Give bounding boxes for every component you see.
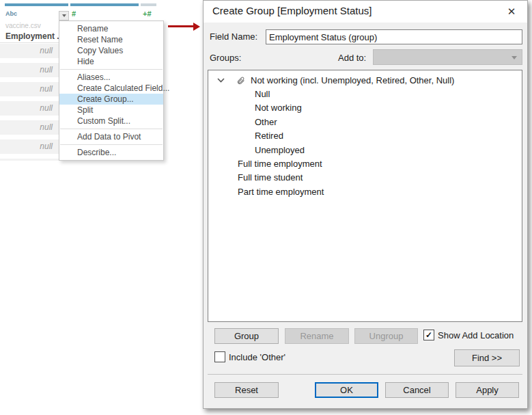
create-group-dialog: Create Group [Employment Status] ✕ Field… bbox=[203, 0, 528, 409]
column-context-menu: Rename Reset Name Copy Values Hide Alias… bbox=[59, 21, 164, 161]
number-type-icon[interactable]: # bbox=[72, 10, 76, 18]
menu-item-aliases[interactable]: Aliases... bbox=[59, 72, 163, 83]
source-file-label: vaccine.csv bbox=[5, 22, 41, 29]
menu-separator bbox=[60, 69, 163, 70]
chevron-down-icon[interactable] bbox=[217, 78, 225, 83]
group-button[interactable]: Group bbox=[214, 328, 279, 344]
field-name-input[interactable] bbox=[266, 29, 522, 44]
close-icon: ✕ bbox=[507, 5, 516, 18]
group-member-row[interactable]: Null bbox=[208, 87, 522, 101]
annotation-arrow-head bbox=[193, 23, 200, 31]
menu-item-create-group[interactable]: Create Group... bbox=[59, 94, 163, 105]
groups-label: Groups: bbox=[210, 53, 241, 63]
column1-top-bar bbox=[5, 3, 68, 6]
menu-item-split[interactable]: Split bbox=[59, 105, 163, 116]
menu-item-copy-values[interactable]: Copy Values bbox=[59, 45, 163, 56]
table-cell[interactable]: null bbox=[0, 139, 68, 154]
header-divider bbox=[0, 42, 68, 43]
check-icon: ✓ bbox=[425, 330, 432, 340]
annotation-arrow bbox=[168, 25, 194, 27]
column-menu-dropdown-button[interactable] bbox=[59, 11, 69, 21]
menu-item-create-calculated-field[interactable]: Create Calculated Field... bbox=[59, 83, 163, 94]
ungroup-button: Ungroup bbox=[354, 328, 418, 344]
menu-item-custom-split[interactable]: Custom Split... bbox=[59, 116, 163, 126]
find-button[interactable]: Find >> bbox=[454, 349, 520, 366]
group-member-row[interactable]: Other bbox=[208, 115, 522, 129]
field-name-label: Field Name: bbox=[210, 31, 257, 42]
group-member-row[interactable]: Retired bbox=[208, 129, 522, 143]
add-column-icon[interactable]: +# bbox=[143, 10, 152, 18]
column-field-name[interactable]: Employment ... bbox=[5, 31, 64, 41]
menu-item-describe[interactable]: Describe... bbox=[59, 147, 163, 158]
table-cell[interactable]: null bbox=[0, 63, 68, 77]
show-add-location-label: Show Add Location bbox=[438, 330, 514, 340]
add-column-top-bar bbox=[141, 3, 156, 6]
table-cell[interactable]: null bbox=[0, 120, 68, 135]
ok-button[interactable]: OK bbox=[315, 382, 378, 398]
groups-list[interactable]: Not working (incl. Unemployed, Retired, … bbox=[208, 70, 522, 322]
apply-button[interactable]: Apply bbox=[456, 382, 519, 398]
dialog-title: Create Group [Employment Status] bbox=[212, 1, 372, 21]
chevron-down-icon bbox=[62, 14, 66, 17]
menu-item-reset-name[interactable]: Reset Name bbox=[59, 34, 163, 45]
include-other-checkbox[interactable] bbox=[214, 351, 225, 362]
ungrouped-item-row[interactable]: Full time employment bbox=[208, 157, 522, 170]
menu-separator bbox=[60, 144, 163, 145]
screenshot-canvas: Abc # +# vaccine.csv Employment ... null… bbox=[0, 0, 532, 415]
group-header-row[interactable]: Not working (incl. Unemployed, Retired, … bbox=[208, 73, 522, 87]
add-to-label: Add to: bbox=[338, 53, 366, 63]
show-add-location-checkbox[interactable]: ✓ bbox=[423, 330, 434, 340]
chevron-down-icon bbox=[512, 56, 517, 59]
menu-item-hide[interactable]: Hide bbox=[59, 56, 163, 67]
menu-separator bbox=[60, 129, 163, 129]
column-values: null null null null null null null bbox=[0, 44, 68, 161]
ungrouped-item-row[interactable]: Full time student bbox=[208, 171, 522, 185]
dialog-titlebar[interactable]: Create Group [Employment Status] ✕ bbox=[204, 1, 527, 23]
table-cell[interactable]: null bbox=[0, 44, 68, 58]
dialog-separator bbox=[208, 374, 522, 375]
table-cell[interactable]: null bbox=[0, 82, 68, 96]
table-cell[interactable]: null bbox=[0, 159, 68, 161]
string-type-icon[interactable]: Abc bbox=[5, 10, 17, 17]
rename-button: Rename bbox=[285, 328, 349, 344]
menu-item-add-data-to-pivot[interactable]: Add Data to Pivot bbox=[59, 131, 163, 142]
close-button[interactable]: ✕ bbox=[500, 2, 523, 21]
ungrouped-item-row[interactable]: Part time employment bbox=[208, 185, 522, 198]
group-header-label: Not working (incl. Unemployed, Retired, … bbox=[251, 75, 454, 85]
menu-item-rename[interactable]: Rename bbox=[59, 23, 163, 34]
cancel-button[interactable]: Cancel bbox=[385, 382, 449, 398]
add-to-dropdown[interactable] bbox=[373, 49, 522, 65]
group-member-row[interactable]: Unemployed bbox=[208, 143, 522, 157]
reset-button[interactable]: Reset bbox=[214, 382, 279, 398]
group-member-row[interactable]: Not working bbox=[208, 101, 522, 115]
column2-top-bar bbox=[70, 3, 139, 6]
include-other-label: Include 'Other' bbox=[229, 352, 285, 362]
table-cell[interactable]: null bbox=[0, 101, 68, 116]
paperclip-icon bbox=[236, 76, 245, 85]
